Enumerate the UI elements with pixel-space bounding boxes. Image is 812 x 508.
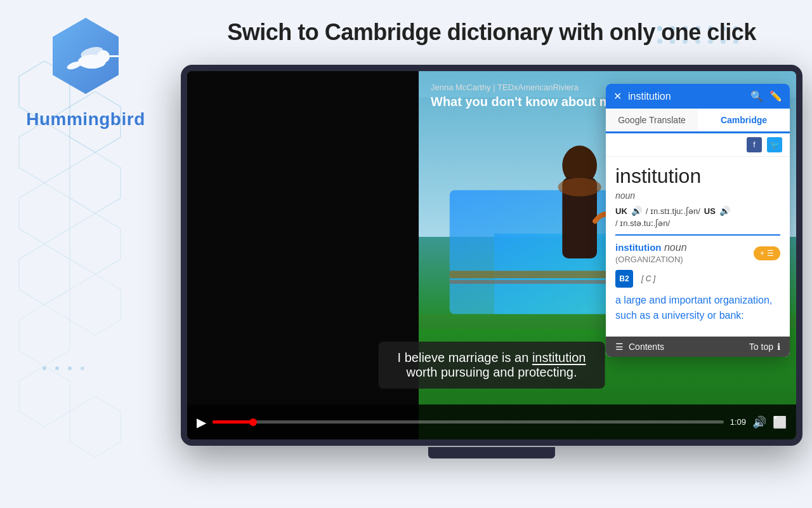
facebook-icon[interactable]: f (747, 137, 762, 152)
dict-footer: ☰ Contents To top ℹ (606, 337, 790, 357)
dict-search-icon[interactable]: 🔍 (750, 90, 763, 102)
svg-point-40 (558, 178, 601, 196)
dict-sense-header: institution noun (ORGANIZATION) + ☰ (615, 242, 780, 265)
dict-definition: a large and important organization, such… (615, 293, 780, 323)
dict-header: ✕ institution 🔍 ✏️ (606, 84, 790, 109)
dictionary-popup: ✕ institution 🔍 ✏️ Google Translate Camb… (606, 84, 790, 357)
left-panel: Hummingbird (0, 0, 171, 508)
subtitle-highlight-word: institution (532, 351, 586, 364)
tab-google-translate[interactable]: Google Translate (606, 109, 698, 131)
laptop-container: Jenna McCarthy | TEDxAmericanRiviera Wha… (181, 65, 802, 458)
laptop-frame: Jenna McCarthy | TEDxAmericanRiviera Wha… (181, 65, 802, 446)
volume-icon[interactable]: 🔊 (752, 415, 766, 429)
dict-phonetics: UK 🔊 / ɪn.stɪ.tjuː.ʃən/ US 🔊 / ɪn.stə.tu… (615, 206, 780, 228)
time-display: 1:09 (730, 417, 746, 427)
hamburger-icon: ☰ (615, 342, 624, 352)
dict-level-row: B2 [ C ] (615, 270, 780, 288)
dict-sense-word: institution (615, 242, 661, 253)
totop-label: To top (749, 342, 773, 352)
dict-divider (615, 234, 780, 236)
dict-tabs: Google Translate Cambridge (606, 109, 790, 133)
progress-dot (249, 418, 257, 426)
us-speaker-icon[interactable]: 🔊 (719, 206, 730, 216)
phonetic-us-row: / ɪn.stə.tuː.ʃən/ (615, 218, 780, 228)
subtitle-text-part1: I believe marriage is an (398, 351, 529, 364)
dict-social-icons: f 🐦 (606, 133, 790, 157)
dict-pos: noun (615, 190, 780, 201)
video-controls: ▶ 1:09 🔊 ⬜ (187, 404, 796, 439)
us-phonetic: / ɪn.stə.tuː.ʃən/ (615, 218, 670, 228)
progress-bar-fill (213, 420, 253, 424)
svg-rect-33 (109, 55, 119, 57)
add-list-icon: + (760, 249, 764, 258)
level-badge: B2 (615, 270, 633, 288)
contents-label: Contents (629, 342, 664, 352)
dict-header-icons: 🔍 ✏️ (750, 90, 782, 102)
gram-tag: [ C ] (641, 274, 655, 283)
us-label: US (704, 206, 716, 216)
dict-footer-contents-btn[interactable]: ☰ Contents (615, 342, 664, 352)
tab-cambridge[interactable]: Cambridge (698, 109, 790, 133)
dict-sense-pos: noun (664, 242, 687, 253)
totop-icon: ℹ (777, 342, 780, 352)
laptop-bottom-bar (428, 447, 555, 458)
subtitle-bar: I believe marriage is an institution wor… (379, 342, 605, 389)
dict-search-word: institution (628, 91, 744, 102)
add-to-list-button[interactable]: + ☰ (754, 246, 780, 260)
main-content: Swich to Cambridge dictionary with only … (171, 0, 812, 508)
app-name-label: Hummingbird (26, 109, 145, 130)
dict-body: institution noun UK 🔊 / ɪn.stɪ.tjuː.ʃən/… (606, 157, 790, 337)
dict-word-main: institution (615, 164, 780, 188)
play-button[interactable]: ▶ (197, 415, 206, 430)
phonetic-uk-row: UK 🔊 / ɪn.stɪ.tjuː.ʃən/ US 🔊 (615, 206, 780, 216)
uk-label: UK (615, 206, 627, 216)
uk-phonetic: / ɪn.stɪ.tjuː.ʃən/ (646, 206, 700, 216)
progress-bar[interactable] (213, 420, 724, 424)
dict-footer-totop-btn[interactable]: To top ℹ (749, 342, 780, 352)
captions-icon[interactable]: ⬜ (773, 415, 787, 429)
dict-sense-category: (ORGANIZATION) (615, 255, 683, 264)
twitter-icon[interactable]: 🐦 (767, 137, 782, 152)
app-logo (41, 13, 130, 102)
dict-sense-title: institution noun (ORGANIZATION) (615, 242, 754, 265)
page-headline: Swich to Cambridge dictionary with only … (227, 19, 756, 46)
dict-close-button[interactable]: ✕ (613, 90, 622, 102)
dict-edit-icon[interactable]: ✏️ (769, 90, 782, 102)
uk-speaker-icon[interactable]: 🔊 (631, 206, 642, 216)
list-icon: ☰ (767, 249, 774, 258)
video-area[interactable]: Jenna McCarthy | TEDxAmericanRiviera Wha… (187, 71, 796, 439)
subtitle-text-part2: worth pursuing and protecting. (406, 365, 577, 379)
